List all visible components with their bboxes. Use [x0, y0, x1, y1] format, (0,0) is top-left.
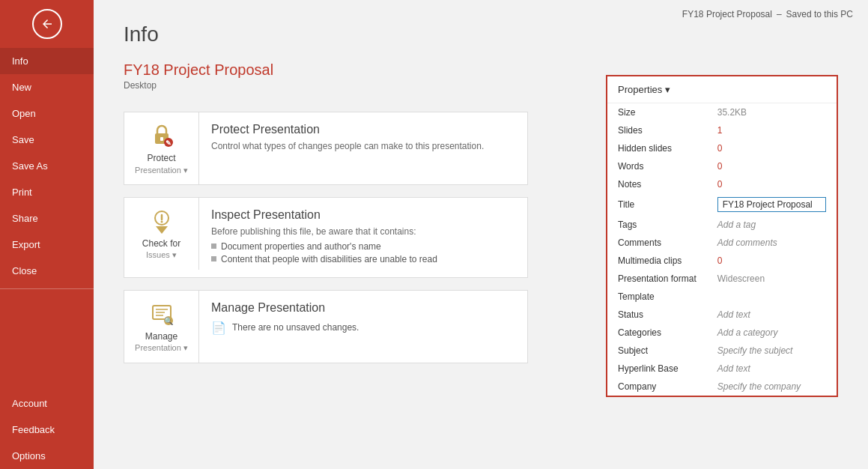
- props-label: Hidden slides: [607, 139, 707, 157]
- properties-header[interactable]: Properties ▾: [607, 76, 837, 103]
- file-location: Desktop: [124, 80, 583, 91]
- props-row: Notes0: [607, 175, 837, 193]
- sidebar-item-new[interactable]: New: [0, 74, 94, 100]
- props-row: Slides1: [607, 121, 837, 139]
- props-label: Tags: [607, 216, 707, 234]
- props-value: 0: [707, 157, 837, 175]
- page-title: Info: [124, 22, 583, 46]
- properties-table: Size35.2KBSlides1Hidden slides0Words0Not…: [607, 103, 837, 396]
- sidebar-item-account[interactable]: Account: [0, 390, 94, 417]
- protect-desc: Control what types of changes people can…: [211, 141, 515, 151]
- check-text: Inspect Presentation Before publishing t…: [199, 198, 527, 277]
- props-row: CommentsAdd comments: [607, 234, 837, 252]
- manage-icon-box[interactable]: 🔍 ManagePresentation ▾: [124, 291, 199, 363]
- props-label: Size: [607, 103, 707, 121]
- sidebar-nav: Info New Open Save Save As Print Share E…: [0, 48, 94, 469]
- props-label: Presentation format: [607, 270, 707, 288]
- props-row: Hyperlink BaseAdd text: [607, 360, 837, 378]
- props-label: Notes: [607, 175, 707, 193]
- sidebar-item-print[interactable]: Print: [0, 179, 94, 205]
- props-value[interactable]: Add text: [707, 360, 837, 378]
- props-row: StatusAdd text: [607, 306, 837, 324]
- content-area: Info FY18 Project Proposal Desktop ✎ Pro…: [94, 0, 868, 420]
- props-value: Widescreen: [707, 270, 837, 288]
- manage-icon: 🔍: [148, 300, 175, 327]
- props-row: CompanySpecify the company: [607, 378, 837, 396]
- check-icon-box[interactable]: Check forIssues ▾: [124, 198, 199, 270]
- manage-note: 📄 There are no unsaved changes.: [211, 321, 515, 335]
- props-row: Title: [607, 193, 837, 216]
- left-panel: Info FY18 Project Proposal Desktop ✎ Pro…: [124, 22, 583, 397]
- sidebar-divider: [0, 288, 94, 289]
- sidebar-item-info[interactable]: Info: [0, 48, 94, 74]
- check-label: Check forIssues ▾: [142, 238, 180, 261]
- props-row: TagsAdd a tag: [607, 216, 837, 234]
- title-input[interactable]: [717, 197, 826, 212]
- protect-text: Protect Presentation Control what types …: [199, 112, 527, 165]
- sidebar-item-feedback[interactable]: Feedback: [0, 417, 94, 443]
- sidebar-item-saveas[interactable]: Save As: [0, 153, 94, 179]
- sidebar-item-open[interactable]: Open: [0, 100, 94, 127]
- manage-section: 🔍 ManagePresentation ▾ Manage Presentati…: [124, 290, 528, 363]
- props-row: SubjectSpecify the subject: [607, 342, 837, 360]
- bullet-square-2: [211, 256, 216, 261]
- properties-panel: Properties ▾ Size35.2KBSlides1Hidden sli…: [606, 75, 838, 397]
- back-button[interactable]: [32, 9, 62, 39]
- sidebar-item-options[interactable]: Options: [0, 443, 94, 469]
- props-row: Multimedia clips0: [607, 252, 837, 270]
- svg-text:✎: ✎: [166, 139, 172, 147]
- props-value[interactable]: Specify the subject: [707, 342, 837, 360]
- props-value[interactable]: Add a tag: [707, 216, 837, 234]
- topbar-filename: FY18 Project Proposal: [682, 9, 772, 19]
- bullet-item-2: Content that people with disabilities ar…: [211, 254, 515, 264]
- bullet-square-1: [211, 243, 216, 249]
- props-label: Hyperlink Base: [607, 360, 707, 378]
- note-icon: 📄: [211, 321, 226, 335]
- props-value[interactable]: [707, 193, 837, 216]
- props-row: Size35.2KB: [607, 103, 837, 121]
- props-label: Template: [607, 288, 707, 306]
- props-label: Comments: [607, 234, 707, 252]
- props-value[interactable]: Specify the company: [707, 378, 837, 396]
- svg-point-6: [160, 220, 163, 223]
- props-label: Subject: [607, 342, 707, 360]
- props-label: Categories: [607, 324, 707, 342]
- protect-heading: Protect Presentation: [211, 123, 515, 136]
- topbar-saved-status: Saved to this PC: [786, 9, 853, 19]
- check-icon: [148, 207, 175, 234]
- sidebar-item-share[interactable]: Share: [0, 205, 94, 232]
- bullet-item-1: Document properties and author's name: [211, 241, 515, 252]
- props-row: Hidden slides0: [607, 139, 837, 157]
- svg-rect-1: [160, 137, 163, 141]
- props-label: Slides: [607, 121, 707, 139]
- props-label: Company: [607, 378, 707, 396]
- props-value[interactable]: Add a category: [707, 324, 837, 342]
- props-value: 0: [707, 175, 837, 193]
- props-row: CategoriesAdd a category: [607, 324, 837, 342]
- properties-title: Properties ▾: [618, 84, 670, 95]
- props-value[interactable]: Add text: [707, 306, 837, 324]
- props-value: 35.2KB: [707, 103, 837, 121]
- protect-section: ✎ ProtectPresentation ▾ Protect Presenta…: [124, 112, 528, 185]
- check-bullets: Document properties and author's name Co…: [211, 241, 515, 264]
- protect-icon-box[interactable]: ✎ ProtectPresentation ▾: [124, 112, 199, 184]
- props-row: Template: [607, 288, 837, 306]
- props-value: 0: [707, 252, 837, 270]
- protect-label: ProtectPresentation ▾: [135, 153, 188, 175]
- manage-label: ManagePresentation ▾: [135, 331, 188, 354]
- file-name: FY18 Project Proposal: [124, 61, 583, 79]
- sidebar-item-save[interactable]: Save: [0, 127, 94, 153]
- sidebar-item-export[interactable]: Export: [0, 232, 94, 258]
- props-label: Words: [607, 157, 707, 175]
- props-value: [707, 288, 837, 306]
- props-label: Title: [607, 193, 707, 216]
- check-section: Check forIssues ▾ Inspect Presentation B…: [124, 197, 528, 278]
- check-desc: Before publishing this file, be aware th…: [211, 226, 515, 237]
- sidebar-item-close[interactable]: Close: [0, 258, 94, 284]
- main-content: FY18 Project Proposal – Saved to this PC…: [94, 0, 868, 469]
- props-value[interactable]: Add comments: [707, 234, 837, 252]
- manage-heading: Manage Presentation: [211, 301, 515, 315]
- svg-text:🔍: 🔍: [164, 316, 174, 326]
- sidebar: Info New Open Save Save As Print Share E…: [0, 0, 94, 469]
- props-row: Words0: [607, 157, 837, 175]
